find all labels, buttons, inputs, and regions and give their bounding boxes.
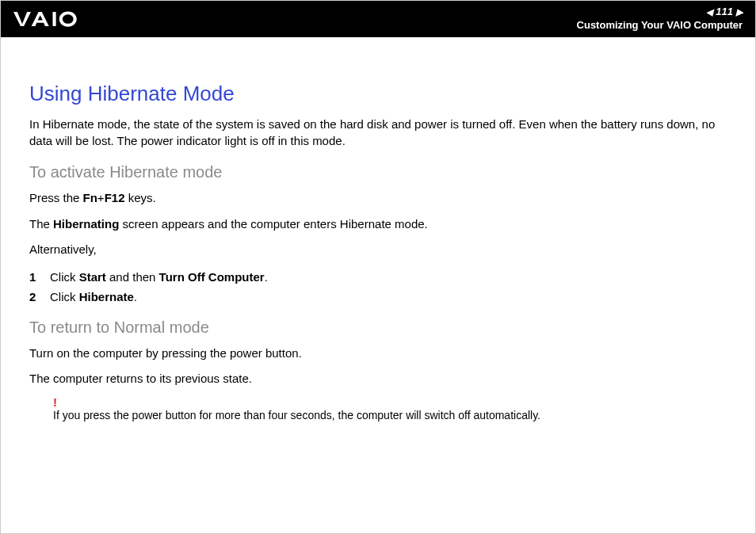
page-nav: ◀ 111 ▶ (577, 6, 743, 19)
text: Click (50, 270, 79, 284)
header-bar: ◀ 111 ▶ Customizing Your VAIO Computer (1, 1, 755, 37)
section2-heading: To return to Normal mode (29, 318, 727, 337)
bold-text: Start (79, 270, 106, 284)
section-title: Customizing Your VAIO Computer (577, 19, 743, 32)
section2-p2: The computer returns to its previous sta… (29, 370, 727, 388)
warning-icon: ! (53, 396, 727, 408)
page-number: 111 (716, 6, 733, 19)
warning-text: If you press the power button for more t… (53, 408, 727, 422)
bold-text: Hibernating (53, 217, 119, 231)
step-text: Click Start and then Turn Off Computer. (50, 267, 268, 288)
intro-paragraph: In Hibernate mode, the state of the syst… (29, 116, 727, 149)
bold-text: Fn (83, 191, 97, 204)
section1-heading: To activate Hibernate mode (29, 163, 727, 181)
svg-rect-0 (53, 12, 56, 26)
text: Click (50, 290, 79, 303)
text: + (97, 191, 105, 204)
section1-p3: Alternatively, (29, 241, 727, 259)
next-arrow-icon[interactable]: ▶ (736, 6, 743, 17)
vaio-logo (13, 10, 101, 28)
prev-arrow-icon[interactable]: ◀ (706, 6, 712, 17)
section1-p1: Press the Fn+F12 keys. (29, 189, 727, 208)
step-text: Click Hibernate. (50, 287, 137, 307)
text: The (29, 217, 53, 231)
text: . (134, 290, 137, 303)
step-number: 2 (29, 287, 39, 307)
warning-box: ! If you press the power button for more… (53, 396, 727, 422)
bold-text: Hibernate (79, 290, 134, 303)
text: screen appears and the computer enters H… (119, 217, 427, 231)
page-content: Using Hibernate Mode In Hibernate mode, … (1, 37, 755, 438)
text: Press the (29, 191, 83, 204)
text: keys. (124, 191, 155, 204)
step-item: 1 Click Start and then Turn Off Computer… (29, 267, 727, 288)
section2-p1: Turn on the computer by pressing the pow… (29, 345, 727, 363)
bold-text: F12 (105, 191, 125, 204)
step-number: 1 (29, 267, 39, 288)
text: and then (106, 270, 159, 284)
text: . (265, 270, 268, 284)
step-item: 2 Click Hibernate. (29, 287, 727, 307)
section1-p2: The Hibernating screen appears and the c… (29, 216, 727, 234)
step-list: 1 Click Start and then Turn Off Computer… (29, 267, 727, 307)
bold-text: Turn Off Computer (159, 270, 265, 284)
header-right: ◀ 111 ▶ Customizing Your VAIO Computer (577, 6, 743, 32)
page-title: Using Hibernate Mode (29, 82, 727, 106)
